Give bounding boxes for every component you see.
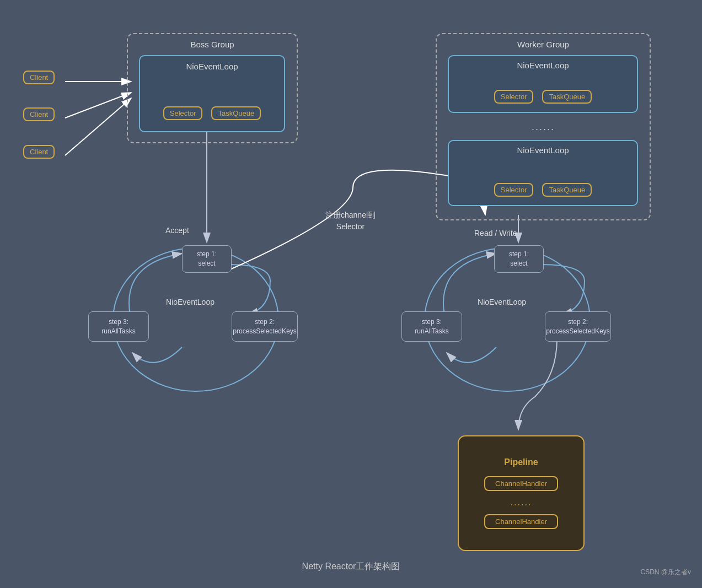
worker-step2: step 2: processSelectedKeys [545,311,611,342]
pipeline-label: Pipeline [504,457,538,467]
boss-nioeventloop-box: NioEventLoop Selector TaskQueue [139,55,285,132]
worker-selector-1: Selector [494,90,534,104]
register-label: 注册channel到 Selector [325,209,376,233]
boss-taskqueue: TaskQueue [211,106,261,120]
worker-taskqueue-1: TaskQueue [542,90,592,104]
pipeline-handler1: ChannelHandler [484,476,558,491]
boss-loop-label: NioEventLoop [146,298,234,306]
diagram-caption: Netty Reactor工作架构图 [0,561,702,573]
worker-nioeventloop-label-1: NioEventLoop [449,61,637,70]
worker-group-label: Worker Group [437,40,650,49]
boss-step1: step 1: select [182,245,232,273]
client-2: Client [23,107,55,121]
svg-line-4 [65,98,131,155]
boss-selector: Selector [163,106,203,120]
client-1: Client [23,71,55,84]
pipeline-dots: ...... [511,498,532,508]
pipeline-handler2: ChannelHandler [484,514,558,529]
worker-nioeventloop-label-2: NioEventLoop [449,145,637,155]
svg-line-3 [65,93,131,118]
worker-loop-label: NioEventLoop [458,298,546,306]
pipeline-box: Pipeline ChannelHandler ...... ChannelHa… [458,435,585,551]
worker-group-box: Worker Group NioEventLoop Selector TaskQ… [436,33,651,220]
boss-group-label: Boss Group [128,40,297,49]
worker-dots-1: ...... [437,121,650,133]
worker-taskqueue-2: TaskQueue [542,183,592,197]
worker-step1: step 1: select [494,245,544,273]
worker-step3: step 3: runAllTasks [401,311,462,342]
worker-selector-2: Selector [494,183,534,197]
accept-label: Accept [165,226,189,235]
boss-nioeventloop-label: NioEventLoop [140,62,284,71]
worker-nioeventloop-box-1: NioEventLoop Selector TaskQueue [448,55,638,113]
boss-step3: step 3: runAllTasks [88,311,149,342]
boss-group-box: Boss Group NioEventLoop Selector TaskQue… [127,33,298,143]
worker-nioeventloop-box-2: NioEventLoop Selector TaskQueue [448,140,638,206]
client-3: Client [23,145,55,159]
boss-step2: step 2: processSelectedKeys [232,311,298,342]
watermark: CSDN @乐之者v [640,568,691,577]
read-write-label: Read / Write [474,229,517,238]
